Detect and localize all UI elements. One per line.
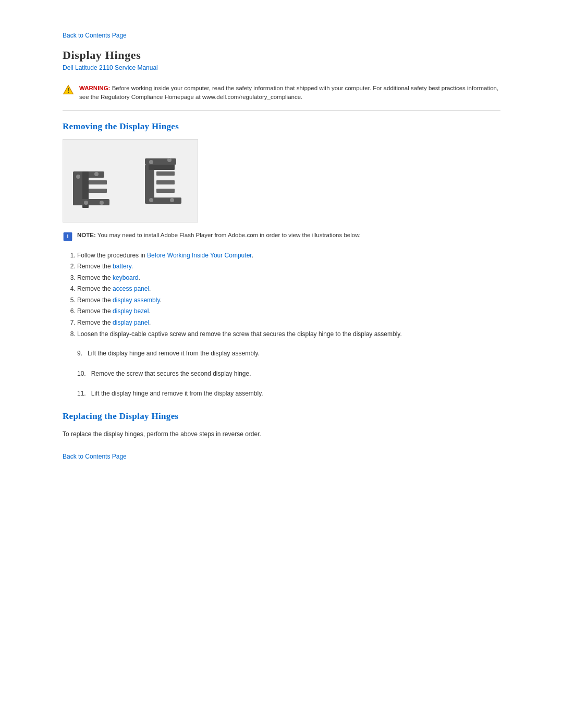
note-box: i NOTE: You may need to install Adobe Fl… — [63, 231, 500, 242]
svg-rect-20 — [156, 171, 175, 176]
svg-point-17 — [167, 158, 172, 162]
step-2: Remove the battery. — [77, 261, 500, 273]
link-before-working[interactable]: Before Working Inside Your Computer — [147, 252, 252, 259]
link-display-assembly[interactable]: display assembly — [113, 297, 160, 304]
step-9: 9. Lift the display hinge and remove it … — [63, 348, 500, 359]
divider — [63, 110, 500, 111]
warning-label: WARNING: — [79, 85, 110, 91]
svg-rect-14 — [149, 165, 175, 170]
page-subtitle: Dell Latitude 2110 Service Manual — [63, 64, 500, 71]
link-display-panel[interactable]: display panel — [113, 319, 149, 326]
remove-heading: Removing the Display Hinges — [63, 121, 500, 132]
warning-box: ! WARNING: Before working inside your co… — [63, 81, 500, 105]
link-battery[interactable]: battery — [113, 263, 131, 270]
remove-section: Removing the Display Hinges — [63, 121, 500, 399]
svg-rect-10 — [89, 180, 107, 184]
note-text: NOTE: You may need to install Adobe Flas… — [77, 231, 361, 240]
svg-point-19 — [170, 198, 174, 202]
link-display-bezel[interactable]: display bezel — [113, 307, 149, 315]
note-icon: i — [63, 231, 73, 242]
svg-point-6 — [76, 175, 80, 179]
page-title: Display Hinges — [63, 48, 500, 62]
note-body-text: You may need to install Adobe Flash Play… — [97, 232, 361, 238]
svg-point-7 — [94, 172, 99, 176]
step-7: Remove the display panel. — [77, 317, 500, 329]
link-access-panel[interactable]: access panel — [113, 285, 149, 292]
replace-text: To replace the display hinges, perform t… — [63, 429, 500, 439]
note-label: NOTE: — [77, 232, 96, 238]
warning-text: WARNING: Before working inside your comp… — [79, 84, 500, 102]
svg-point-18 — [149, 198, 153, 202]
svg-rect-11 — [89, 189, 107, 193]
step-6: Remove the display bezel. — [77, 306, 500, 317]
step-11: 11. Lift the display hinge and remove it… — [63, 388, 500, 399]
svg-rect-13 — [145, 165, 154, 202]
svg-point-9 — [100, 201, 104, 205]
svg-rect-5 — [73, 199, 109, 205]
warning-icon: ! — [63, 84, 74, 96]
hinge-diagram — [68, 143, 193, 218]
replace-heading: Replacing the Display Hinges — [63, 411, 500, 422]
step-1: Follow the procedures in Before Working … — [77, 250, 500, 262]
back-to-contents-top[interactable]: Back to Contents Page — [63, 32, 127, 39]
svg-rect-22 — [156, 189, 175, 193]
step-8: Loosen the display-cable captive screw a… — [77, 329, 500, 340]
svg-rect-21 — [156, 180, 175, 184]
step-10: 10. Remove the screw that secures the se… — [63, 368, 500, 379]
svg-text:!: ! — [67, 87, 69, 94]
svg-text:i: i — [67, 233, 68, 239]
svg-point-8 — [84, 201, 88, 205]
hinge-image — [63, 139, 198, 223]
link-keyboard[interactable]: keyboard — [113, 274, 138, 281]
step-3: Remove the keyboard. — [77, 273, 500, 284]
step-5: Remove the display assembly. — [77, 295, 500, 306]
replace-section: Replacing the Display Hinges To replace … — [63, 411, 500, 439]
step-4: Remove the access panel. — [77, 283, 500, 295]
back-to-contents-bottom[interactable]: Back to Contents Page — [63, 453, 127, 460]
steps-list: Follow the procedures in Before Working … — [63, 250, 500, 340]
warning-body-text: Before working inside your computer, rea… — [79, 85, 498, 100]
svg-point-16 — [149, 160, 153, 164]
